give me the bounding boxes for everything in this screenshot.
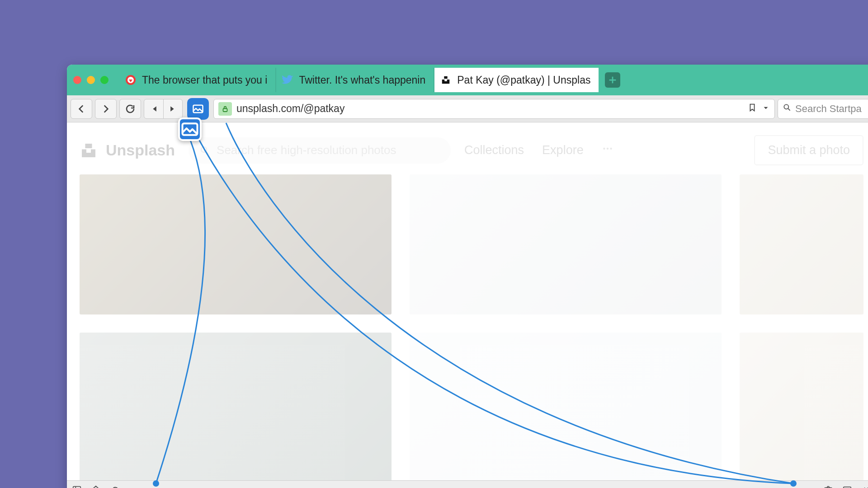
svg-rect-2 bbox=[223, 108, 227, 112]
twitter-icon bbox=[282, 74, 293, 86]
svg-point-6 bbox=[606, 148, 608, 150]
window-icon[interactable] bbox=[842, 484, 853, 488]
tab-twitter[interactable]: Twitter. It's what's happenin bbox=[276, 68, 434, 92]
site-header: Unsplash Search free high-resolution pho… bbox=[67, 122, 868, 174]
search-field[interactable]: Search Startpa bbox=[778, 99, 868, 119]
bookmark-icon[interactable] bbox=[747, 103, 757, 115]
panel-icon[interactable] bbox=[71, 484, 82, 488]
camera-icon[interactable] bbox=[823, 484, 834, 488]
cloud-icon[interactable] bbox=[109, 484, 120, 488]
site-logo[interactable]: Unsplash bbox=[80, 141, 175, 160]
fastforward-button[interactable] bbox=[163, 99, 182, 118]
svg-point-7 bbox=[610, 148, 612, 150]
unsplash-icon bbox=[440, 74, 452, 86]
rewind-button[interactable] bbox=[144, 99, 163, 118]
tab-vivaldi[interactable]: The browser that puts you i bbox=[119, 68, 276, 92]
tab-label: Pat Kay (@patkay) | Unsplas bbox=[457, 74, 590, 86]
reload-button[interactable] bbox=[119, 99, 141, 119]
more-icon[interactable] bbox=[602, 143, 613, 158]
home-icon[interactable] bbox=[90, 484, 101, 488]
url-text: unsplash.com/@patkay bbox=[236, 103, 743, 115]
address-bar[interactable]: unsplash.com/@patkay bbox=[213, 99, 775, 119]
photo-thumbnail[interactable] bbox=[80, 333, 392, 480]
web-page: Unsplash Search free high-resolution pho… bbox=[67, 122, 868, 480]
site-nav: Collections Explore bbox=[464, 143, 613, 158]
back-button[interactable] bbox=[71, 99, 92, 119]
tab-label: Twitter. It's what's happenin bbox=[299, 74, 425, 86]
photo-gallery bbox=[67, 174, 868, 480]
tab-unsplash[interactable]: Pat Kay (@patkay) | Unsplas bbox=[434, 68, 599, 92]
search-icon bbox=[783, 103, 792, 115]
photo-thumbnail[interactable] bbox=[410, 174, 722, 314]
photo-thumbnail[interactable] bbox=[740, 174, 863, 314]
window-controls bbox=[73, 76, 108, 84]
toolbar: unsplash.com/@patkay Search Startpa bbox=[67, 95, 868, 122]
nav-explore[interactable]: Explore bbox=[542, 143, 584, 157]
svg-point-5 bbox=[603, 148, 605, 150]
nav-collections[interactable]: Collections bbox=[464, 143, 524, 157]
code-icon[interactable] bbox=[861, 484, 868, 488]
site-name: Unsplash bbox=[106, 141, 175, 159]
svg-point-3 bbox=[784, 104, 788, 109]
photo-thumbnail[interactable] bbox=[740, 333, 863, 480]
tab-bar: The browser that puts you i Twitter. It'… bbox=[67, 65, 868, 95]
vivaldi-icon bbox=[125, 74, 137, 86]
minimize-window-button[interactable] bbox=[87, 76, 95, 84]
tab-label: The browser that puts you i bbox=[142, 74, 267, 86]
site-search-placeholder: Search free high-resolution photos bbox=[217, 143, 396, 157]
submit-photo-button[interactable]: Submit a photo bbox=[754, 135, 863, 165]
dropdown-icon[interactable] bbox=[762, 103, 770, 115]
rewind-fastforward-group bbox=[144, 99, 183, 119]
search-placeholder: Search Startpa bbox=[795, 103, 862, 115]
site-search[interactable]: Search free high-resolution photos bbox=[189, 137, 451, 164]
lock-icon bbox=[218, 102, 232, 116]
photo-thumbnail[interactable] bbox=[80, 174, 392, 314]
browser-window: The browser that puts you i Twitter. It'… bbox=[67, 65, 868, 488]
photo-thumbnail[interactable] bbox=[410, 333, 722, 480]
status-bar bbox=[67, 480, 868, 488]
new-tab-button[interactable] bbox=[605, 72, 620, 88]
forward-button[interactable] bbox=[95, 99, 117, 119]
image-toggle-button[interactable] bbox=[187, 98, 209, 120]
svg-point-4 bbox=[201, 147, 207, 152]
close-window-button[interactable] bbox=[73, 76, 81, 84]
svg-rect-8 bbox=[73, 486, 81, 488]
fullscreen-window-button[interactable] bbox=[100, 76, 108, 84]
